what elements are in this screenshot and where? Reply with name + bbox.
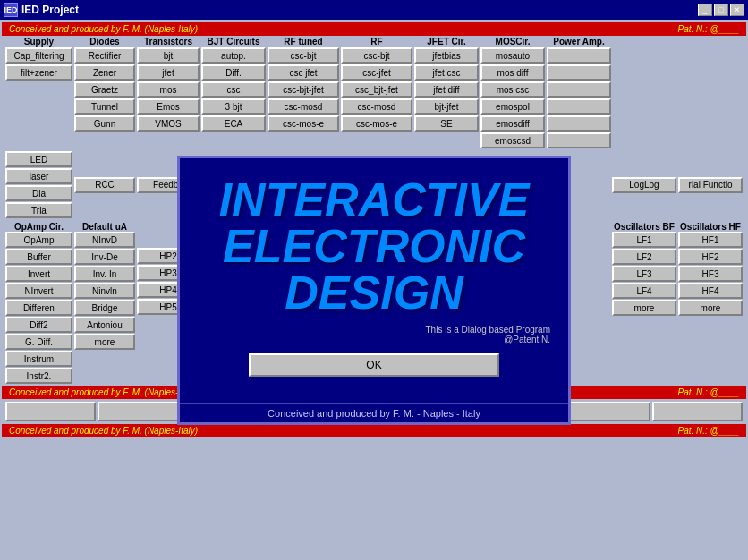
minimize-button[interactable]: _ bbox=[698, 4, 712, 16]
modal-ok-button[interactable]: OK bbox=[249, 353, 499, 377]
close-button[interactable]: ✕ bbox=[730, 4, 744, 16]
app-icon: IED bbox=[4, 3, 18, 17]
window-title: IED Project bbox=[21, 4, 79, 16]
modal-window: INTERACTIVE ELECTRONIC DESIGN This is a … bbox=[177, 156, 571, 425]
main-content: Conceived and produced by F. M. (Naples-… bbox=[0, 20, 748, 560]
window-controls: _ □ ✕ bbox=[698, 4, 744, 16]
maximize-button[interactable]: □ bbox=[714, 4, 728, 16]
titlebar: IED IED Project _ □ ✕ bbox=[0, 0, 748, 20]
modal-content: INTERACTIVE ELECTRONIC DESIGN This is a … bbox=[180, 158, 568, 403]
modal-title: INTERACTIVE ELECTRONIC DESIGN bbox=[198, 176, 550, 316]
modal-conceived: Conceived and produced by F. M. - Naples… bbox=[180, 403, 568, 422]
modal-footer: This is a Dialog based Program @Patent N… bbox=[198, 325, 550, 344]
modal-overlay: INTERACTIVE ELECTRONIC DESIGN This is a … bbox=[0, 20, 748, 560]
